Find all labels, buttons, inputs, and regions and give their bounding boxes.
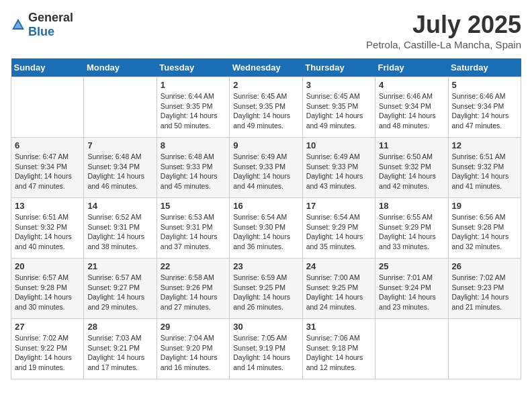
calendar-header-row: SundayMondayTuesdayWednesdayThursdayFrid… <box>11 58 521 77</box>
calendar-table: SundayMondayTuesdayWednesdayThursdayFrid… <box>11 58 521 379</box>
calendar-cell: 28Sunrise: 7:03 AM Sunset: 9:21 PM Dayli… <box>84 319 157 379</box>
day-info: Sunrise: 6:45 AM Sunset: 9:35 PM Dayligh… <box>233 91 298 131</box>
day-info: Sunrise: 6:44 AM Sunset: 9:35 PM Dayligh… <box>161 91 226 131</box>
logo-general: General <box>28 11 73 24</box>
calendar-cell: 30Sunrise: 7:05 AM Sunset: 9:19 PM Dayli… <box>230 319 302 379</box>
day-info: Sunrise: 6:51 AM Sunset: 9:32 PM Dayligh… <box>452 152 517 191</box>
day-info: Sunrise: 6:59 AM Sunset: 9:25 PM Dayligh… <box>233 273 298 312</box>
day-info: Sunrise: 6:51 AM Sunset: 9:32 PM Dayligh… <box>15 212 80 252</box>
calendar-week-row: 6Sunrise: 6:47 AM Sunset: 9:34 PM Daylig… <box>11 138 521 198</box>
calendar-cell: 29Sunrise: 7:04 AM Sunset: 9:20 PM Dayli… <box>157 319 229 379</box>
day-of-week-header: Saturday <box>448 58 521 77</box>
day-info: Sunrise: 7:02 AM Sunset: 9:22 PM Dayligh… <box>15 333 80 373</box>
day-number: 16 <box>233 201 298 211</box>
calendar-week-row: 1Sunrise: 6:44 AM Sunset: 9:35 PM Daylig… <box>11 77 521 138</box>
day-info: Sunrise: 6:49 AM Sunset: 9:33 PM Dayligh… <box>306 152 371 191</box>
day-number: 14 <box>87 201 152 211</box>
calendar-cell: 10Sunrise: 6:49 AM Sunset: 9:33 PM Dayli… <box>302 138 375 198</box>
day-number: 31 <box>306 322 371 332</box>
calendar-cell: 8Sunrise: 6:48 AM Sunset: 9:33 PM Daylig… <box>157 138 229 198</box>
calendar-cell: 31Sunrise: 7:06 AM Sunset: 9:18 PM Dayli… <box>302 319 375 379</box>
calendar-week-row: 13Sunrise: 6:51 AM Sunset: 9:32 PM Dayli… <box>11 198 521 259</box>
calendar-cell: 7Sunrise: 6:48 AM Sunset: 9:34 PM Daylig… <box>84 138 157 198</box>
day-number: 29 <box>161 322 226 332</box>
calendar-cell: 18Sunrise: 6:55 AM Sunset: 9:29 PM Dayli… <box>375 198 448 259</box>
day-number: 26 <box>452 261 517 271</box>
day-of-week-header: Friday <box>375 58 448 77</box>
day-number: 28 <box>87 322 152 332</box>
day-number: 15 <box>161 201 226 211</box>
day-info: Sunrise: 6:54 AM Sunset: 9:30 PM Dayligh… <box>233 212 298 252</box>
calendar-cell: 16Sunrise: 6:54 AM Sunset: 9:30 PM Dayli… <box>230 198 302 259</box>
day-number: 20 <box>15 261 80 271</box>
day-number: 5 <box>452 80 517 90</box>
calendar-cell: 24Sunrise: 7:00 AM Sunset: 9:25 PM Dayli… <box>302 259 375 319</box>
day-number: 17 <box>306 201 371 211</box>
day-info: Sunrise: 7:02 AM Sunset: 9:23 PM Dayligh… <box>452 273 517 312</box>
day-info: Sunrise: 6:46 AM Sunset: 9:34 PM Dayligh… <box>452 91 517 131</box>
day-info: Sunrise: 6:45 AM Sunset: 9:35 PM Dayligh… <box>306 91 371 131</box>
day-number: 8 <box>161 140 226 150</box>
calendar-cell: 15Sunrise: 6:53 AM Sunset: 9:31 PM Dayli… <box>157 198 229 259</box>
calendar-cell: 23Sunrise: 6:59 AM Sunset: 9:25 PM Dayli… <box>230 259 302 319</box>
day-info: Sunrise: 6:57 AM Sunset: 9:28 PM Dayligh… <box>15 273 80 312</box>
calendar-cell: 11Sunrise: 6:50 AM Sunset: 9:32 PM Dayli… <box>375 138 448 198</box>
month-title: July 2025 <box>366 11 521 39</box>
calendar-cell: 4Sunrise: 6:46 AM Sunset: 9:34 PM Daylig… <box>375 77 448 138</box>
calendar-cell: 25Sunrise: 7:01 AM Sunset: 9:24 PM Dayli… <box>375 259 448 319</box>
calendar-cell: 21Sunrise: 6:57 AM Sunset: 9:27 PM Dayli… <box>84 259 157 319</box>
day-number: 30 <box>233 322 298 332</box>
day-number: 27 <box>15 322 80 332</box>
day-info: Sunrise: 6:54 AM Sunset: 9:29 PM Dayligh… <box>306 212 371 252</box>
day-number: 18 <box>379 201 444 211</box>
location-title: Petrola, Castille-La Mancha, Spain <box>366 39 521 50</box>
day-number: 12 <box>452 140 517 150</box>
day-number: 10 <box>306 140 371 150</box>
day-info: Sunrise: 7:04 AM Sunset: 9:20 PM Dayligh… <box>161 333 226 373</box>
title-area: July 2025 Petrola, Castille-La Mancha, S… <box>366 11 521 50</box>
calendar-cell: 13Sunrise: 6:51 AM Sunset: 9:32 PM Dayli… <box>11 198 84 259</box>
day-number: 25 <box>379 261 444 271</box>
day-number: 11 <box>379 140 444 150</box>
day-of-week-header: Tuesday <box>157 58 229 77</box>
calendar-week-row: 27Sunrise: 7:02 AM Sunset: 9:22 PM Dayli… <box>11 319 521 379</box>
day-info: Sunrise: 6:48 AM Sunset: 9:33 PM Dayligh… <box>161 152 226 191</box>
day-info: Sunrise: 7:00 AM Sunset: 9:25 PM Dayligh… <box>306 273 371 312</box>
day-info: Sunrise: 6:57 AM Sunset: 9:27 PM Dayligh… <box>87 273 152 312</box>
day-number: 4 <box>379 80 444 90</box>
day-of-week-header: Thursday <box>302 58 375 77</box>
day-number: 3 <box>306 80 371 90</box>
calendar-cell <box>448 319 521 379</box>
day-info: Sunrise: 7:01 AM Sunset: 9:24 PM Dayligh… <box>379 273 444 312</box>
logo-blue: Blue <box>28 25 54 38</box>
day-info: Sunrise: 6:53 AM Sunset: 9:31 PM Dayligh… <box>161 212 226 252</box>
calendar-cell: 6Sunrise: 6:47 AM Sunset: 9:34 PM Daylig… <box>11 138 84 198</box>
day-info: Sunrise: 6:55 AM Sunset: 9:29 PM Dayligh… <box>379 212 444 252</box>
calendar-cell: 3Sunrise: 6:45 AM Sunset: 9:35 PM Daylig… <box>302 77 375 138</box>
logo-icon <box>11 17 26 32</box>
day-number: 19 <box>452 201 517 211</box>
day-number: 6 <box>15 140 80 150</box>
day-of-week-header: Wednesday <box>230 58 302 77</box>
day-info: Sunrise: 6:49 AM Sunset: 9:33 PM Dayligh… <box>233 152 298 191</box>
day-info: Sunrise: 6:47 AM Sunset: 9:34 PM Dayligh… <box>15 152 80 191</box>
day-info: Sunrise: 6:48 AM Sunset: 9:34 PM Dayligh… <box>87 152 152 191</box>
day-info: Sunrise: 7:03 AM Sunset: 9:21 PM Dayligh… <box>87 333 152 373</box>
day-info: Sunrise: 7:05 AM Sunset: 9:19 PM Dayligh… <box>233 333 298 373</box>
calendar-cell: 1Sunrise: 6:44 AM Sunset: 9:35 PM Daylig… <box>157 77 229 138</box>
calendar-cell: 22Sunrise: 6:58 AM Sunset: 9:26 PM Dayli… <box>157 259 229 319</box>
calendar-cell <box>84 77 157 138</box>
day-number: 9 <box>233 140 298 150</box>
day-number: 22 <box>161 261 226 271</box>
day-number: 1 <box>161 80 226 90</box>
day-info: Sunrise: 6:50 AM Sunset: 9:32 PM Dayligh… <box>379 152 444 191</box>
calendar-cell: 5Sunrise: 6:46 AM Sunset: 9:34 PM Daylig… <box>448 77 521 138</box>
calendar-cell <box>11 77 84 138</box>
calendar-cell: 19Sunrise: 6:56 AM Sunset: 9:28 PM Dayli… <box>448 198 521 259</box>
calendar-cell: 12Sunrise: 6:51 AM Sunset: 9:32 PM Dayli… <box>448 138 521 198</box>
day-number: 2 <box>233 80 298 90</box>
calendar-cell: 9Sunrise: 6:49 AM Sunset: 9:33 PM Daylig… <box>230 138 302 198</box>
calendar-cell: 20Sunrise: 6:57 AM Sunset: 9:28 PM Dayli… <box>11 259 84 319</box>
calendar-cell: 14Sunrise: 6:52 AM Sunset: 9:31 PM Dayli… <box>84 198 157 259</box>
day-of-week-header: Sunday <box>11 58 84 77</box>
